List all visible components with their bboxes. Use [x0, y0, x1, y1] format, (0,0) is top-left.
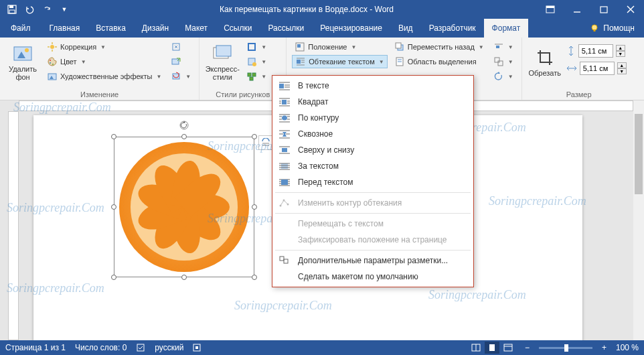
print-layout-button[interactable]	[485, 342, 499, 354]
height-up[interactable]: ▲	[616, 45, 625, 51]
width-down[interactable]: ▼	[617, 68, 627, 74]
svg-rect-46	[496, 46, 499, 48]
tab-references[interactable]: Ссылки	[216, 19, 260, 38]
spell-check[interactable]	[136, 343, 145, 352]
artistic-effects-button[interactable]: Художественные эффекты▼	[44, 70, 164, 83]
svg-rect-10	[594, 29, 596, 31]
tab-insert[interactable]: Вставка	[88, 19, 134, 38]
macro-recording[interactable]	[193, 344, 201, 352]
selection-pane-button[interactable]: Область выделения	[392, 55, 487, 68]
svg-rect-91	[284, 259, 288, 263]
layout-options-button[interactable]	[258, 135, 273, 150]
ribbon-tabs: Файл Главная Вставка Дизайн Макет Ссылки…	[0, 19, 644, 38]
svg-rect-52	[279, 84, 284, 88]
close-button[interactable]	[617, 0, 644, 19]
picture-border-button[interactable]: ▼	[244, 40, 269, 54]
remove-background-button[interactable]: Удалить фон	[5, 40, 40, 84]
qat-customize-button[interactable]: ▼	[58, 3, 71, 16]
title-bar: ▼ Как перемещать картинки в Ворде.docx -…	[0, 0, 644, 19]
tab-view[interactable]: Вид	[390, 19, 421, 38]
resize-handle-e[interactable]	[252, 204, 257, 210]
selected-image[interactable]	[114, 137, 254, 277]
web-layout-button[interactable]	[501, 342, 515, 354]
height-field: ▲▼	[566, 44, 627, 58]
resize-handle-w[interactable]	[111, 204, 116, 210]
resize-handle-se[interactable]	[252, 275, 257, 280]
width-field: ▲▼	[566, 62, 627, 75]
save-button[interactable]	[5, 3, 19, 16]
zoom-slider[interactable]	[539, 347, 592, 349]
page-count[interactable]: Страница 1 из 1	[5, 343, 66, 352]
picture-effects-button[interactable]: ▼	[244, 55, 269, 68]
tell-me-area[interactable]: Помощн	[590, 19, 644, 38]
wrap-behind-item[interactable]: За текстом	[272, 158, 473, 174]
view-buttons	[469, 342, 515, 354]
group-button[interactable]: ▼	[491, 55, 516, 68]
chevron-down-icon: ▼	[261, 74, 266, 80]
express-styles-button[interactable]: Экспресс-стили	[205, 40, 240, 84]
resize-handle-s[interactable]	[181, 275, 187, 280]
set-default-layout-item[interactable]: Сделать макетом по умолчанию	[272, 269, 473, 285]
language[interactable]: русский	[155, 343, 183, 352]
vertical-ruler[interactable]	[8, 111, 19, 340]
zoom-slider-thumb[interactable]	[564, 344, 568, 352]
crop-button[interactable]: Обрезать	[528, 40, 562, 84]
tab-mailings[interactable]: Рассылки	[260, 19, 312, 38]
wrap-topbottom-item[interactable]: Сверху и снизу	[272, 142, 473, 158]
palette-icon	[47, 56, 58, 67]
resize-handle-ne[interactable]	[252, 134, 257, 139]
resize-handle-nw[interactable]	[111, 134, 116, 139]
corrections-button[interactable]: Коррекция▼	[44, 40, 164, 54]
word-count[interactable]: Число слов: 0	[75, 343, 127, 352]
tab-developer[interactable]: Разработчик	[421, 19, 484, 38]
wrap-square-item[interactable]: Квадрат	[272, 94, 473, 110]
minimize-button[interactable]	[564, 0, 590, 19]
tab-layout[interactable]: Макет	[177, 19, 216, 38]
scrollbar-thumb[interactable]	[635, 114, 643, 194]
redo-button[interactable]	[40, 3, 54, 16]
width-input[interactable]	[580, 62, 615, 75]
reset-picture-button[interactable]: ▼	[168, 70, 193, 83]
height-down[interactable]: ▼	[616, 51, 625, 57]
resize-handle-sw[interactable]	[111, 275, 116, 280]
zoom-level[interactable]: 100 %	[616, 343, 639, 352]
svg-point-87	[280, 205, 282, 207]
picture-layout-button[interactable]: ▼	[244, 70, 269, 83]
separator	[275, 250, 471, 251]
vertical-scrollbar[interactable]	[633, 100, 644, 340]
move-with-text-item: Перемещать с текстом	[272, 216, 473, 232]
chevron-down-icon: ▼	[508, 74, 513, 80]
edit-wrap-icon	[278, 198, 291, 208]
separator	[275, 192, 471, 193]
remove-bg-icon	[13, 44, 33, 64]
maximize-button[interactable]	[590, 0, 617, 19]
align-button[interactable]: ▼	[491, 40, 516, 54]
color-button[interactable]: Цвет▼	[44, 55, 164, 68]
ribbon-display-button[interactable]	[537, 0, 564, 19]
read-mode-button[interactable]	[469, 342, 483, 354]
send-backward-button[interactable]: Переместить назад▼	[392, 40, 487, 54]
tab-file[interactable]: Файл	[0, 19, 42, 38]
rotate-handle[interactable]	[179, 121, 189, 130]
position-button[interactable]: Положение▼	[292, 40, 387, 54]
wrap-through-item[interactable]: Сквозное	[272, 126, 473, 142]
tab-home[interactable]: Главная	[42, 19, 88, 38]
wrap-tight-item[interactable]: По контуру	[272, 110, 473, 126]
wrap-inline-item[interactable]: В тексте	[272, 78, 473, 94]
wrap-text-button[interactable]: Обтекание текстом▼	[292, 55, 387, 68]
zoom-out-button[interactable]: −	[525, 343, 530, 352]
undo-button[interactable]	[23, 3, 36, 16]
wrap-front-item[interactable]: Перед текстом	[272, 174, 473, 190]
zoom-in-button[interactable]: +	[602, 343, 607, 352]
tab-format[interactable]: Формат	[484, 19, 529, 38]
tab-review[interactable]: Рецензирование	[312, 19, 390, 38]
height-input[interactable]	[578, 44, 613, 58]
change-picture-button[interactable]	[168, 55, 193, 68]
width-up[interactable]: ▲	[617, 62, 627, 68]
compress-button[interactable]	[168, 40, 193, 54]
more-layout-options-item[interactable]: Дополнительные параметры разметки...	[272, 253, 473, 269]
rotate-button[interactable]: ▼	[491, 70, 516, 83]
chevron-down-icon: ▼	[261, 59, 266, 65]
resize-handle-n[interactable]	[181, 134, 187, 139]
tab-design[interactable]: Дизайн	[134, 19, 177, 38]
